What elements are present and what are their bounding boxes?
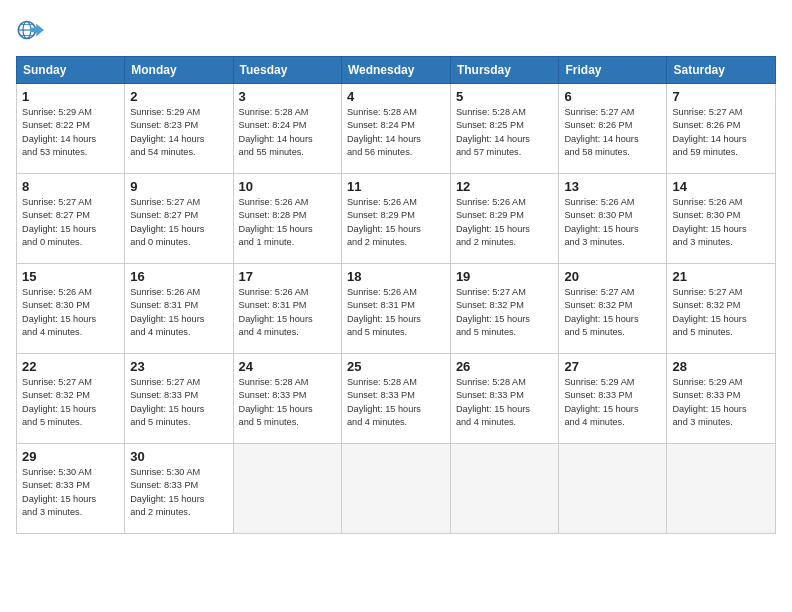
day-info: Sunrise: 5:27 AM Sunset: 8:27 PM Dayligh… xyxy=(130,196,227,249)
day-number: 27 xyxy=(564,359,661,374)
weekday-header-sunday: Sunday xyxy=(17,57,125,84)
day-number: 11 xyxy=(347,179,445,194)
weekday-header-saturday: Saturday xyxy=(667,57,776,84)
day-number: 23 xyxy=(130,359,227,374)
day-info: Sunrise: 5:27 AM Sunset: 8:32 PM Dayligh… xyxy=(672,286,770,339)
day-number: 20 xyxy=(564,269,661,284)
day-info: Sunrise: 5:30 AM Sunset: 8:33 PM Dayligh… xyxy=(22,466,119,519)
day-info: Sunrise: 5:26 AM Sunset: 8:30 PM Dayligh… xyxy=(564,196,661,249)
day-number: 10 xyxy=(239,179,336,194)
day-info: Sunrise: 5:27 AM Sunset: 8:26 PM Dayligh… xyxy=(672,106,770,159)
calendar-cell: 28Sunrise: 5:29 AM Sunset: 8:33 PM Dayli… xyxy=(667,354,776,444)
day-info: Sunrise: 5:26 AM Sunset: 8:28 PM Dayligh… xyxy=(239,196,336,249)
logo-icon xyxy=(16,16,44,44)
calendar-cell: 16Sunrise: 5:26 AM Sunset: 8:31 PM Dayli… xyxy=(125,264,233,354)
day-number: 15 xyxy=(22,269,119,284)
day-number: 4 xyxy=(347,89,445,104)
weekday-header-wednesday: Wednesday xyxy=(341,57,450,84)
day-number: 5 xyxy=(456,89,554,104)
day-info: Sunrise: 5:26 AM Sunset: 8:31 PM Dayligh… xyxy=(347,286,445,339)
calendar-week-4: 22Sunrise: 5:27 AM Sunset: 8:32 PM Dayli… xyxy=(17,354,776,444)
day-number: 14 xyxy=(672,179,770,194)
weekday-header-thursday: Thursday xyxy=(450,57,559,84)
calendar-week-2: 8Sunrise: 5:27 AM Sunset: 8:27 PM Daylig… xyxy=(17,174,776,264)
day-number: 17 xyxy=(239,269,336,284)
day-info: Sunrise: 5:29 AM Sunset: 8:33 PM Dayligh… xyxy=(672,376,770,429)
day-info: Sunrise: 5:26 AM Sunset: 8:29 PM Dayligh… xyxy=(347,196,445,249)
calendar-cell: 8Sunrise: 5:27 AM Sunset: 8:27 PM Daylig… xyxy=(17,174,125,264)
day-number: 26 xyxy=(456,359,554,374)
day-info: Sunrise: 5:26 AM Sunset: 8:31 PM Dayligh… xyxy=(239,286,336,339)
day-info: Sunrise: 5:28 AM Sunset: 8:24 PM Dayligh… xyxy=(239,106,336,159)
calendar-cell: 20Sunrise: 5:27 AM Sunset: 8:32 PM Dayli… xyxy=(559,264,667,354)
day-number: 3 xyxy=(239,89,336,104)
day-number: 13 xyxy=(564,179,661,194)
day-number: 25 xyxy=(347,359,445,374)
calendar-cell xyxy=(667,444,776,534)
calendar-cell: 19Sunrise: 5:27 AM Sunset: 8:32 PM Dayli… xyxy=(450,264,559,354)
weekday-header-row: SundayMondayTuesdayWednesdayThursdayFrid… xyxy=(17,57,776,84)
day-info: Sunrise: 5:27 AM Sunset: 8:27 PM Dayligh… xyxy=(22,196,119,249)
calendar-cell: 15Sunrise: 5:26 AM Sunset: 8:30 PM Dayli… xyxy=(17,264,125,354)
day-number: 24 xyxy=(239,359,336,374)
day-info: Sunrise: 5:27 AM Sunset: 8:32 PM Dayligh… xyxy=(564,286,661,339)
day-info: Sunrise: 5:26 AM Sunset: 8:31 PM Dayligh… xyxy=(130,286,227,339)
header xyxy=(16,16,776,44)
weekday-header-friday: Friday xyxy=(559,57,667,84)
calendar-cell: 7Sunrise: 5:27 AM Sunset: 8:26 PM Daylig… xyxy=(667,84,776,174)
calendar-cell xyxy=(233,444,341,534)
calendar-cell: 27Sunrise: 5:29 AM Sunset: 8:33 PM Dayli… xyxy=(559,354,667,444)
weekday-header-monday: Monday xyxy=(125,57,233,84)
calendar-cell: 12Sunrise: 5:26 AM Sunset: 8:29 PM Dayli… xyxy=(450,174,559,264)
day-info: Sunrise: 5:27 AM Sunset: 8:32 PM Dayligh… xyxy=(456,286,554,339)
day-info: Sunrise: 5:26 AM Sunset: 8:30 PM Dayligh… xyxy=(22,286,119,339)
day-number: 7 xyxy=(672,89,770,104)
day-info: Sunrise: 5:28 AM Sunset: 8:33 PM Dayligh… xyxy=(239,376,336,429)
calendar-cell: 4Sunrise: 5:28 AM Sunset: 8:24 PM Daylig… xyxy=(341,84,450,174)
day-number: 8 xyxy=(22,179,119,194)
calendar-cell xyxy=(559,444,667,534)
calendar-cell xyxy=(450,444,559,534)
calendar-cell: 24Sunrise: 5:28 AM Sunset: 8:33 PM Dayli… xyxy=(233,354,341,444)
day-number: 6 xyxy=(564,89,661,104)
day-info: Sunrise: 5:27 AM Sunset: 8:32 PM Dayligh… xyxy=(22,376,119,429)
logo xyxy=(16,16,48,44)
day-number: 21 xyxy=(672,269,770,284)
calendar-cell: 23Sunrise: 5:27 AM Sunset: 8:33 PM Dayli… xyxy=(125,354,233,444)
calendar-cell: 1Sunrise: 5:29 AM Sunset: 8:22 PM Daylig… xyxy=(17,84,125,174)
calendar: SundayMondayTuesdayWednesdayThursdayFrid… xyxy=(16,56,776,534)
calendar-cell: 3Sunrise: 5:28 AM Sunset: 8:24 PM Daylig… xyxy=(233,84,341,174)
calendar-cell: 22Sunrise: 5:27 AM Sunset: 8:32 PM Dayli… xyxy=(17,354,125,444)
day-number: 16 xyxy=(130,269,227,284)
day-info: Sunrise: 5:26 AM Sunset: 8:29 PM Dayligh… xyxy=(456,196,554,249)
day-info: Sunrise: 5:30 AM Sunset: 8:33 PM Dayligh… xyxy=(130,466,227,519)
calendar-cell: 5Sunrise: 5:28 AM Sunset: 8:25 PM Daylig… xyxy=(450,84,559,174)
calendar-cell: 9Sunrise: 5:27 AM Sunset: 8:27 PM Daylig… xyxy=(125,174,233,264)
calendar-cell: 11Sunrise: 5:26 AM Sunset: 8:29 PM Dayli… xyxy=(341,174,450,264)
calendar-cell: 6Sunrise: 5:27 AM Sunset: 8:26 PM Daylig… xyxy=(559,84,667,174)
day-number: 9 xyxy=(130,179,227,194)
day-info: Sunrise: 5:28 AM Sunset: 8:24 PM Dayligh… xyxy=(347,106,445,159)
calendar-cell: 13Sunrise: 5:26 AM Sunset: 8:30 PM Dayli… xyxy=(559,174,667,264)
calendar-cell: 18Sunrise: 5:26 AM Sunset: 8:31 PM Dayli… xyxy=(341,264,450,354)
day-number: 29 xyxy=(22,449,119,464)
calendar-cell: 21Sunrise: 5:27 AM Sunset: 8:32 PM Dayli… xyxy=(667,264,776,354)
day-info: Sunrise: 5:29 AM Sunset: 8:33 PM Dayligh… xyxy=(564,376,661,429)
day-info: Sunrise: 5:28 AM Sunset: 8:25 PM Dayligh… xyxy=(456,106,554,159)
day-number: 19 xyxy=(456,269,554,284)
day-info: Sunrise: 5:27 AM Sunset: 8:26 PM Dayligh… xyxy=(564,106,661,159)
calendar-cell: 30Sunrise: 5:30 AM Sunset: 8:33 PM Dayli… xyxy=(125,444,233,534)
day-number: 18 xyxy=(347,269,445,284)
day-info: Sunrise: 5:29 AM Sunset: 8:22 PM Dayligh… xyxy=(22,106,119,159)
day-info: Sunrise: 5:29 AM Sunset: 8:23 PM Dayligh… xyxy=(130,106,227,159)
calendar-cell: 10Sunrise: 5:26 AM Sunset: 8:28 PM Dayli… xyxy=(233,174,341,264)
calendar-cell xyxy=(341,444,450,534)
calendar-cell: 26Sunrise: 5:28 AM Sunset: 8:33 PM Dayli… xyxy=(450,354,559,444)
day-number: 2 xyxy=(130,89,227,104)
calendar-cell: 29Sunrise: 5:30 AM Sunset: 8:33 PM Dayli… xyxy=(17,444,125,534)
day-number: 22 xyxy=(22,359,119,374)
day-number: 12 xyxy=(456,179,554,194)
day-info: Sunrise: 5:28 AM Sunset: 8:33 PM Dayligh… xyxy=(347,376,445,429)
weekday-header-tuesday: Tuesday xyxy=(233,57,341,84)
day-number: 30 xyxy=(130,449,227,464)
